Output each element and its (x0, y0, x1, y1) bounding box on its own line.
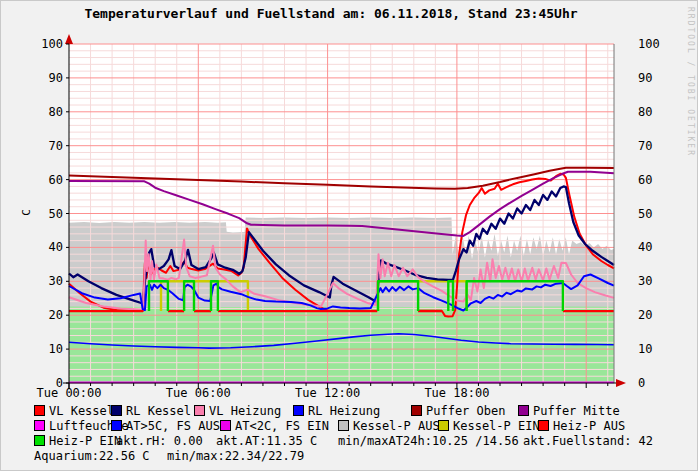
legend-label: Heiz-P EIN (49, 434, 121, 448)
legend-item: VL Kessel (34, 404, 111, 419)
legend-label: Heiz-P AUS (553, 419, 625, 433)
y-tick-left: 40 (49, 240, 63, 254)
y-tick-right: 90 (638, 71, 652, 85)
legend-item: Aquarium:22.56 C (34, 449, 167, 464)
rrdtool-graph-window: Temperaturverlauf und Fuellstand am: 06.… (0, 0, 698, 471)
x-tick-label: Tue 00:00 (36, 386, 101, 400)
x-tick-label: Tue 12:00 (295, 386, 360, 400)
legend-item: Puffer Oben (411, 404, 518, 419)
legend-swatch-icon (34, 420, 45, 431)
y-tick-right: 40 (638, 240, 652, 254)
y-axis-arrow (65, 34, 73, 44)
legend-row: LuftfeuchteAT>5C, FS AUSAT<2C, FS EINKes… (34, 419, 694, 434)
legend-label: AT<2C, FS EIN (235, 419, 329, 433)
legend-label: akt.rH: 0.00 (116, 434, 203, 448)
legend-label: RL Heizung (308, 404, 380, 418)
legend-item: AT>5C, FS AUS (111, 419, 220, 434)
legend-label: Aquarium:22.56 C (34, 449, 150, 463)
legend-label: AT>5C, FS AUS (126, 419, 220, 433)
y-tick-left: 10 (49, 342, 63, 356)
legend-swatch-icon (538, 420, 549, 431)
legend-item: akt.rH: 0.00 (116, 434, 216, 449)
legend-item: Heiz-P EIN (34, 434, 116, 449)
legend-label: Puffer Oben (426, 404, 505, 418)
legend-item: Luftfeuchte (34, 419, 111, 434)
legend-row: Heiz-P EINakt.rH: 0.00akt.AT:11.35 Cmin/… (34, 434, 694, 449)
legend-label: VL Kessel (49, 404, 114, 418)
legend-item: RL Kessel (111, 404, 194, 419)
y-tick-right: 100 (638, 37, 660, 51)
legend-label: min/maxAT24h:10.25 /14.56 (338, 434, 519, 448)
legend-label: akt.Fuellstand: 42 (523, 434, 653, 448)
y-tick-left: 20 (49, 308, 63, 322)
legend-row: Aquarium:22.56 Cmin/max:22.34/22.79 (34, 449, 694, 464)
y-tick-left: 50 (49, 207, 63, 221)
y-tick-right: 10 (638, 342, 652, 356)
legend-label: Kessel-P EIN (453, 419, 540, 433)
legend-item: Kessel-P EIN (438, 419, 538, 434)
y-tick-left: 70 (49, 139, 63, 153)
legend-swatch-icon (338, 420, 349, 431)
y-tick-right: 80 (638, 105, 652, 119)
legend-item: akt.Fuellstand: 42 (523, 434, 653, 449)
legend-swatch-icon (34, 405, 45, 416)
y-tick-right: 0 (638, 376, 645, 390)
y-tick-left: 30 (49, 274, 63, 288)
legend-label: VL Heizung (209, 404, 281, 418)
legend: VL KesselRL KesselVL HeizungRL HeizungPu… (34, 404, 694, 464)
x-tick-label: Tue 18:00 (424, 386, 489, 400)
legend-label: Kessel-P AUS (353, 419, 440, 433)
legend-item: Heiz-P AUS (538, 419, 625, 434)
legend-item: min/max:22.34/22.79 (167, 449, 304, 464)
legend-swatch-icon (111, 420, 122, 431)
temperature-chart-canvas: 0010102020303040405050606070708080909010… (1, 1, 698, 401)
legend-label: Puffer Mitte (533, 404, 620, 418)
y-tick-left: 60 (49, 173, 63, 187)
legend-item: min/maxAT24h:10.25 /14.56 (338, 434, 523, 449)
x-tick-label: Tue 06:00 (166, 386, 231, 400)
legend-swatch-icon (34, 435, 45, 446)
legend-item: Kessel-P AUS (338, 419, 438, 434)
legend-swatch-icon (111, 405, 122, 416)
legend-row: VL KesselRL KesselVL HeizungRL HeizungPu… (34, 404, 694, 419)
legend-swatch-icon (293, 405, 304, 416)
y-tick-left: 100 (41, 37, 63, 51)
y-tick-right: 30 (638, 274, 652, 288)
y-tick-left: 80 (49, 105, 63, 119)
x-axis-arrow (616, 379, 626, 387)
legend-label: akt.AT:11.35 C (216, 434, 317, 448)
y-tick-right: 70 (638, 139, 652, 153)
legend-item: AT<2C, FS EIN (220, 419, 338, 434)
legend-swatch-icon (411, 405, 422, 416)
legend-item: Puffer Mitte (518, 404, 620, 419)
legend-label: RL Kessel (126, 404, 191, 418)
legend-swatch-icon (438, 420, 449, 431)
y-tick-right: 60 (638, 173, 652, 187)
y-tick-right: 20 (638, 308, 652, 322)
legend-label: min/max:22.34/22.79 (167, 449, 304, 463)
legend-swatch-icon (194, 405, 205, 416)
legend-item: akt.AT:11.35 C (216, 434, 338, 449)
legend-item: RL Heizung (293, 404, 411, 419)
legend-item: VL Heizung (194, 404, 293, 419)
y-tick-left: 90 (49, 71, 63, 85)
legend-swatch-icon (220, 420, 231, 431)
y-tick-right: 50 (638, 207, 652, 221)
legend-swatch-icon (518, 405, 529, 416)
